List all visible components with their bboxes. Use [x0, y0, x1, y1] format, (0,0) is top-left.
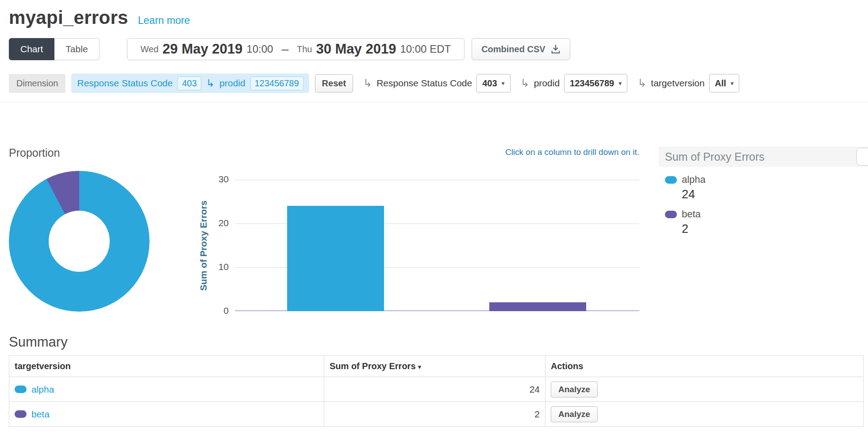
gridline [235, 180, 639, 180]
date-range-separator: – [281, 42, 288, 56]
legend-value: 2 [682, 222, 868, 236]
breadcrumb-name: Response Status Code [77, 78, 173, 89]
selected-value: All [715, 78, 726, 89]
alpha-color-swatch [15, 386, 27, 393]
drilldown-name: targetversion [651, 78, 704, 89]
table-row: beta 2 Analyze [9, 402, 864, 427]
download-icon [551, 44, 561, 54]
end-time: 10:00 EDT [400, 43, 451, 55]
drilldown-select-targetversion[interactable]: All ▾ [709, 74, 740, 93]
legend-label: alpha [682, 174, 706, 185]
beta-color-swatch [665, 211, 677, 218]
row-value: 24 [324, 377, 545, 402]
drilldown-hint: Click on a column to drill down on it. [235, 147, 639, 157]
drilldown-name: Response Status Code [376, 78, 472, 89]
legend-panel: Sum of Proxy Errors alpha 24 beta 2 [659, 147, 868, 236]
drilldown-arrow-icon: ↳ [206, 77, 215, 89]
chevron-down-icon: ▾ [730, 80, 734, 87]
y-axis-label: Sum of Proxy Errors [198, 180, 212, 311]
y-tick: 30 [209, 174, 229, 185]
start-day: Wed [141, 44, 159, 54]
column-header-sum-of-proxy-errors[interactable]: Sum of Proxy Errors▾ [324, 356, 545, 377]
date-range-picker[interactable]: Wed 29 May 2019 10:00 – Thu 30 May 2019 … [127, 38, 465, 60]
y-tick: 20 [209, 218, 229, 228]
bar-alpha[interactable] [287, 206, 384, 311]
legend-title: Sum of Proxy Errors [659, 147, 868, 167]
selected-value: 403 [482, 78, 497, 89]
row-value: 2 [324, 402, 545, 427]
drilldown-select-prodid[interactable]: 123456789 ▾ [564, 74, 627, 93]
legend-label: beta [682, 208, 701, 220]
donut-hole [49, 211, 110, 272]
breadcrumb-name: prodid [219, 78, 245, 89]
column-header-targetversion[interactable]: targetversion [9, 356, 324, 377]
drilldown-group: ↳ prodid 123456789 ▾ [521, 74, 628, 93]
drilldown-arrow-icon: ↳ [521, 77, 530, 89]
summary-table: targetversion Sum of Proxy Errors▾ Actio… [9, 355, 864, 427]
column-header-actions: Actions [545, 356, 864, 377]
beta-color-swatch [15, 410, 27, 418]
export-csv-button[interactable]: Combined CSV [472, 38, 570, 60]
breadcrumb-value-chip[interactable]: 123456789 [250, 77, 303, 90]
learn-more-link[interactable]: Learn more [138, 15, 190, 27]
header: myapi_errors Learn more [0, 0, 868, 28]
filter-breadcrumb: Response Status Code 403 ↳ prodid 123456… [71, 73, 309, 93]
tab-table[interactable]: Table [54, 38, 99, 60]
reset-button[interactable]: Reset [315, 74, 353, 93]
report-page: myapi_errors Learn more Chart Table Wed … [0, 0, 868, 432]
analyze-button[interactable]: Analyze [551, 406, 598, 422]
drilldown-group: ↳ Response Status Code 403 ▾ [363, 74, 510, 93]
selected-value: 123456789 [570, 78, 614, 89]
view-toggle: Chart Table [9, 38, 100, 60]
chevron-down-icon: ▾ [502, 80, 505, 87]
toolbar: Chart Table Wed 29 May 2019 10:00 – Thu … [9, 38, 868, 60]
page-title: myapi_errors [9, 7, 128, 28]
sort-desc-icon: ▾ [418, 363, 422, 371]
row-link-beta[interactable]: beta [31, 409, 50, 420]
table-header-row: targetversion Sum of Proxy Errors▾ Actio… [9, 356, 864, 377]
drilldown-group: ↳ targetversion All ▾ [638, 74, 739, 93]
drilldown-select-response-status-code[interactable]: 403 ▾ [476, 74, 510, 93]
legend-value: 24 [682, 188, 868, 201]
table-row: alpha 24 Analyze [9, 377, 864, 402]
proportion-label: Proportion [9, 147, 60, 159]
breadcrumb-value-chip[interactable]: 403 [177, 77, 201, 90]
dimension-label: Dimension [9, 74, 65, 93]
y-tick: 0 [209, 305, 229, 316]
drilldown-name: prodid [534, 78, 560, 89]
export-csv-label: Combined CSV [481, 44, 545, 54]
legend-collapse-button[interactable] [856, 148, 868, 166]
legend-item-alpha[interactable]: alpha 24 [665, 174, 868, 201]
bar-beta[interactable] [489, 302, 586, 311]
chart-area: Proportion Sum of Proxy Errors Click on … [0, 102, 868, 332]
end-day: Thu [297, 44, 312, 54]
legend-item-beta[interactable]: beta 2 [665, 208, 868, 236]
drilldown-arrow-icon: ↳ [363, 77, 372, 89]
drilldown-arrow-icon: ↳ [638, 77, 646, 89]
end-date: 30 May 2019 [316, 41, 396, 57]
analyze-button[interactable]: Analyze [551, 382, 598, 397]
chevron-down-icon: ▾ [618, 80, 622, 87]
dimension-bar: Dimension Response Status Code 403 ↳ pro… [9, 73, 868, 93]
summary-title: Summary [9, 334, 868, 350]
donut-chart[interactable] [9, 171, 150, 312]
start-date: 29 May 2019 [162, 41, 242, 57]
row-link-alpha[interactable]: alpha [31, 384, 54, 395]
alpha-color-swatch [665, 176, 677, 184]
tab-chart[interactable]: Chart [9, 38, 54, 60]
y-tick: 10 [209, 262, 229, 272]
start-time: 10:00 [246, 43, 273, 55]
bar-chart [235, 180, 639, 311]
